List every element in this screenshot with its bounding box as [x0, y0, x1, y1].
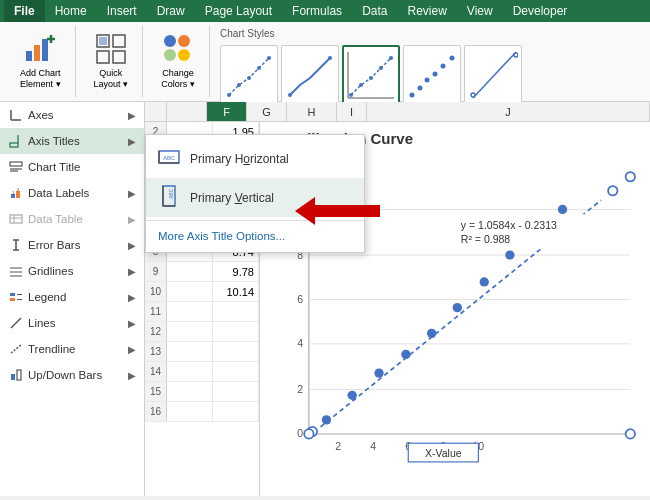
sidebar: Axes ▶ Axis Titles ▶ Chart Title 12 Data…: [0, 102, 145, 496]
chart-thumb-4[interactable]: [403, 45, 461, 105]
svg-point-22: [359, 83, 363, 87]
svg-point-21: [349, 93, 353, 97]
svg-rect-7: [97, 51, 109, 63]
ribbon-group-quick-layout: QuickLayout ▾: [80, 26, 144, 97]
svg-text:6: 6: [297, 293, 303, 305]
sidebar-item-data-table: Data Table ▶: [0, 206, 144, 232]
svg-point-99: [453, 303, 462, 312]
svg-point-35: [471, 93, 475, 97]
svg-point-12: [164, 49, 176, 61]
svg-rect-63: [11, 374, 15, 380]
gridlines-label: Gridlines: [28, 265, 128, 277]
svg-point-14: [227, 93, 231, 97]
svg-text:1: 1: [12, 190, 15, 195]
add-chart-element-button[interactable]: Add ChartElement ▾: [12, 29, 69, 94]
arrow-head: [295, 197, 315, 225]
tab-formulas[interactable]: Formulas: [282, 0, 352, 22]
svg-rect-44: [11, 194, 15, 198]
svg-point-16: [247, 76, 251, 80]
col-header-empty[interactable]: [167, 102, 207, 121]
primary-horizontal-label: Primary Horizontal: [190, 152, 289, 166]
sidebar-item-axis-titles[interactable]: Axis Titles ▶: [0, 128, 144, 154]
svg-rect-59: [10, 298, 15, 301]
svg-point-20: [328, 56, 332, 60]
tab-review[interactable]: Review: [397, 0, 456, 22]
col-header-h[interactable]: H: [287, 102, 337, 121]
row-num-spacer: [145, 102, 167, 121]
sidebar-item-error-bars[interactable]: Error Bars ▶: [0, 232, 144, 258]
svg-point-36: [514, 53, 518, 57]
svg-point-23: [369, 76, 373, 80]
svg-point-111: [304, 429, 313, 438]
col-header-g[interactable]: G: [247, 102, 287, 121]
tab-developer[interactable]: Developer: [503, 0, 578, 22]
change-colors-button[interactable]: ChangeColors ▾: [153, 29, 203, 94]
trendline-icon: [8, 341, 24, 357]
table-row: 16: [145, 402, 259, 422]
svg-point-100: [480, 277, 489, 286]
svg-rect-48: [10, 215, 22, 223]
svg-rect-64: [17, 370, 21, 380]
ribbon-tabs-bar: File Home Insert Draw Page Layout Formul…: [0, 0, 650, 22]
svg-rect-8: [113, 51, 125, 63]
tab-home[interactable]: Home: [45, 0, 97, 22]
col-header-j[interactable]: J: [367, 102, 650, 121]
sidebar-item-gridlines[interactable]: Gridlines ▶: [0, 258, 144, 284]
dropdown-primary-horizontal[interactable]: ABC Primary Horizontal: [146, 139, 364, 178]
sidebar-item-updown-bars[interactable]: Up/Down Bars ▶: [0, 362, 144, 388]
svg-rect-6: [113, 35, 125, 47]
svg-point-33: [450, 56, 455, 61]
svg-rect-0: [26, 51, 32, 61]
red-arrow: [295, 197, 380, 225]
svg-point-18: [267, 56, 271, 60]
data-table-label: Data Table: [28, 213, 128, 225]
tab-page-layout[interactable]: Page Layout: [195, 0, 282, 22]
svg-line-62: [11, 345, 21, 353]
sidebar-item-legend[interactable]: Legend ▶: [0, 284, 144, 310]
ribbon-group-chart-styles: Chart Styles: [214, 26, 528, 97]
chart-thumb-5[interactable]: [464, 45, 522, 105]
svg-text:R² = 0.988: R² = 0.988: [461, 233, 510, 245]
svg-line-34: [473, 52, 516, 98]
chart-thumb-3[interactable]: [342, 45, 400, 105]
svg-rect-1: [34, 45, 40, 61]
svg-text:2: 2: [335, 440, 341, 452]
more-axis-title-options-link[interactable]: More Axis Title Options...: [146, 224, 364, 248]
svg-rect-57: [10, 293, 15, 296]
h-axis-icon: ABC: [158, 146, 180, 171]
svg-point-113: [626, 172, 635, 181]
svg-point-31: [433, 72, 438, 77]
svg-text:y = 1.0584x - 0.2313: y = 1.0584x - 0.2313: [461, 219, 557, 231]
chart-thumb-1[interactable]: [220, 45, 278, 105]
sidebar-item-data-labels[interactable]: 12 Data Labels ▶: [0, 180, 144, 206]
sidebar-item-trendline[interactable]: Trendline ▶: [0, 336, 144, 362]
tab-draw[interactable]: Draw: [147, 0, 195, 22]
quick-layout-label: QuickLayout ▾: [94, 68, 129, 90]
svg-point-30: [425, 78, 430, 83]
svg-point-29: [418, 86, 423, 91]
col-header-i[interactable]: I: [337, 102, 367, 121]
table-row: 15: [145, 382, 259, 402]
v-axis-icon: ABC: [158, 185, 180, 210]
sidebar-item-axes[interactable]: Axes ▶: [0, 102, 144, 128]
tab-file[interactable]: File: [4, 0, 45, 22]
tab-insert[interactable]: Insert: [97, 0, 147, 22]
sidebar-item-chart-title[interactable]: Chart Title: [0, 154, 144, 180]
col-header-f[interactable]: F: [207, 102, 247, 121]
sidebar-item-lines[interactable]: Lines ▶: [0, 310, 144, 336]
main-area: Axes ▶ Axis Titles ▶ Chart Title 12 Data…: [0, 102, 650, 496]
chart-thumb-2[interactable]: [281, 45, 339, 105]
chart-thumbnails: [220, 45, 522, 105]
tab-data[interactable]: Data: [352, 0, 397, 22]
svg-text:ABC: ABC: [163, 155, 176, 161]
svg-point-10: [164, 35, 176, 47]
tab-view[interactable]: View: [457, 0, 503, 22]
svg-point-13: [178, 49, 190, 61]
axis-titles-dropdown: ABC Primary Horizontal ABC Primary Verti…: [145, 134, 365, 253]
svg-point-32: [441, 64, 446, 69]
data-labels-label: Data Labels: [28, 187, 128, 199]
svg-text:4: 4: [370, 440, 376, 452]
table-row: 1010.14: [145, 282, 259, 302]
svg-point-112: [626, 429, 635, 438]
quick-layout-button[interactable]: QuickLayout ▾: [86, 29, 137, 94]
